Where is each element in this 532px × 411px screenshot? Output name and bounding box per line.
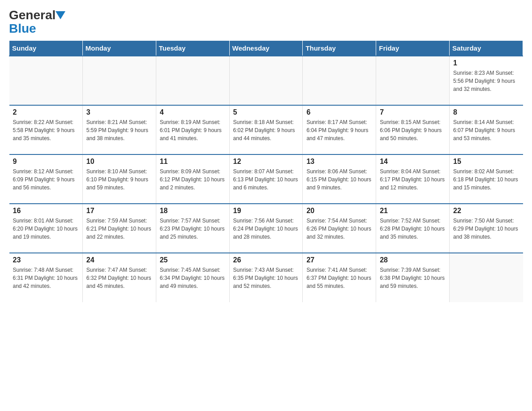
day-info: Sunrise: 7:50 AM Sunset: 6:29 PM Dayligh… [453,217,519,241]
calendar-cell: 27Sunrise: 7:41 AM Sunset: 6:37 PM Dayli… [303,253,376,302]
day-info: Sunrise: 8:12 AM Sunset: 6:09 PM Dayligh… [13,167,79,192]
logo-triangle-icon [56,11,65,19]
day-number: 27 [306,256,372,264]
day-number: 28 [380,256,446,264]
day-info: Sunrise: 8:23 AM Sunset: 5:56 PM Dayligh… [453,69,519,93]
day-number: 11 [160,158,226,166]
day-info: Sunrise: 8:22 AM Sunset: 5:58 PM Dayligh… [13,118,79,142]
day-info: Sunrise: 7:56 AM Sunset: 6:24 PM Dayligh… [233,217,299,241]
logo-blue: Blue [9,21,36,36]
day-info: Sunrise: 8:04 AM Sunset: 6:17 PM Dayligh… [380,167,446,192]
day-info: Sunrise: 7:57 AM Sunset: 6:23 PM Dayligh… [160,217,226,241]
day-number: 7 [380,108,446,116]
day-number: 12 [233,158,299,166]
day-number: 1 [453,59,519,67]
day-number: 16 [13,207,79,215]
day-info: Sunrise: 8:14 AM Sunset: 6:07 PM Dayligh… [453,118,519,142]
calendar-cell [376,56,450,105]
weekday-header-friday: Friday [376,41,450,56]
day-info: Sunrise: 7:59 AM Sunset: 6:21 PM Dayligh… [86,217,152,241]
day-number: 21 [380,207,446,215]
day-number: 3 [86,108,152,116]
weekday-header-saturday: Saturday [450,41,523,56]
calendar-cell: 15Sunrise: 8:02 AM Sunset: 6:18 PM Dayli… [450,154,523,204]
day-info: Sunrise: 7:45 AM Sunset: 6:34 PM Dayligh… [160,266,226,290]
calendar-cell [303,56,376,105]
day-number: 2 [13,108,79,116]
calendar-cell: 25Sunrise: 7:45 AM Sunset: 6:34 PM Dayli… [156,253,229,302]
calendar-cell: 5Sunrise: 8:18 AM Sunset: 6:02 PM Daylig… [229,105,303,154]
day-info: Sunrise: 7:47 AM Sunset: 6:32 PM Dayligh… [86,266,152,290]
day-info: Sunrise: 8:01 AM Sunset: 6:20 PM Dayligh… [13,217,79,241]
calendar-cell: 4Sunrise: 8:19 AM Sunset: 6:01 PM Daylig… [156,105,229,154]
day-info: Sunrise: 7:52 AM Sunset: 6:28 PM Dayligh… [380,217,446,241]
calendar-cell [229,56,303,105]
calendar-cell: 21Sunrise: 7:52 AM Sunset: 6:28 PM Dayli… [376,204,450,253]
day-number: 6 [306,108,372,116]
weekday-header-tuesday: Tuesday [156,41,229,56]
day-info: Sunrise: 8:19 AM Sunset: 6:01 PM Dayligh… [160,118,226,142]
day-info: Sunrise: 7:39 AM Sunset: 6:38 PM Dayligh… [380,266,446,290]
day-info: Sunrise: 8:06 AM Sunset: 6:15 PM Dayligh… [306,167,372,192]
day-number: 25 [160,256,226,264]
calendar-cell: 3Sunrise: 8:21 AM Sunset: 5:59 PM Daylig… [82,105,156,154]
calendar-cell: 26Sunrise: 7:43 AM Sunset: 6:35 PM Dayli… [229,253,303,302]
weekday-header-wednesday: Wednesday [229,41,303,56]
calendar-week-row: 9Sunrise: 8:12 AM Sunset: 6:09 PM Daylig… [9,154,523,204]
calendar-cell: 20Sunrise: 7:54 AM Sunset: 6:26 PM Dayli… [303,204,376,253]
calendar-cell: 17Sunrise: 7:59 AM Sunset: 6:21 PM Dayli… [82,204,156,253]
day-number: 22 [453,207,519,215]
weekday-header-thursday: Thursday [303,41,376,56]
calendar-cell: 16Sunrise: 8:01 AM Sunset: 6:20 PM Dayli… [9,204,83,253]
weekday-header-sunday: Sunday [9,41,83,56]
day-info: Sunrise: 7:54 AM Sunset: 6:26 PM Dayligh… [306,217,372,241]
calendar-week-row: 1Sunrise: 8:23 AM Sunset: 5:56 PM Daylig… [9,56,523,105]
calendar-cell: 9Sunrise: 8:12 AM Sunset: 6:09 PM Daylig… [9,154,83,204]
calendar-cell: 28Sunrise: 7:39 AM Sunset: 6:38 PM Dayli… [376,253,450,302]
day-info: Sunrise: 7:48 AM Sunset: 6:31 PM Dayligh… [13,266,79,290]
day-number: 9 [13,158,79,166]
day-number: 10 [86,158,152,166]
calendar-table: SundayMondayTuesdayWednesdayThursdayFrid… [9,40,523,302]
day-info: Sunrise: 8:07 AM Sunset: 6:13 PM Dayligh… [233,167,299,192]
calendar-cell [156,56,229,105]
day-number: 18 [160,207,226,215]
day-info: Sunrise: 8:17 AM Sunset: 6:04 PM Dayligh… [306,118,372,142]
day-number: 14 [380,158,446,166]
day-number: 5 [233,108,299,116]
day-info: Sunrise: 8:02 AM Sunset: 6:18 PM Dayligh… [453,167,519,192]
calendar-cell: 11Sunrise: 8:09 AM Sunset: 6:12 PM Dayli… [156,154,229,204]
day-info: Sunrise: 8:21 AM Sunset: 5:59 PM Dayligh… [86,118,152,142]
calendar-cell [82,56,156,105]
weekday-header-monday: Monday [82,41,156,56]
logo-general: General [9,9,56,21]
day-number: 8 [453,108,519,116]
day-info: Sunrise: 7:41 AM Sunset: 6:37 PM Dayligh… [306,266,372,290]
calendar-cell: 8Sunrise: 8:14 AM Sunset: 6:07 PM Daylig… [450,105,523,154]
calendar-cell: 23Sunrise: 7:48 AM Sunset: 6:31 PM Dayli… [9,253,83,302]
day-info: Sunrise: 7:43 AM Sunset: 6:35 PM Dayligh… [233,266,299,290]
day-number: 13 [306,158,372,166]
day-info: Sunrise: 8:15 AM Sunset: 6:06 PM Dayligh… [380,118,446,142]
day-number: 20 [306,207,372,215]
day-number: 4 [160,108,226,116]
calendar-cell: 19Sunrise: 7:56 AM Sunset: 6:24 PM Dayli… [229,204,303,253]
calendar-cell: 1Sunrise: 8:23 AM Sunset: 5:56 PM Daylig… [450,56,523,105]
day-number: 15 [453,158,519,166]
calendar-cell: 6Sunrise: 8:17 AM Sunset: 6:04 PM Daylig… [303,105,376,154]
calendar-cell [9,56,83,105]
calendar-week-row: 16Sunrise: 8:01 AM Sunset: 6:20 PM Dayli… [9,204,523,253]
day-number: 23 [13,256,79,264]
calendar-cell: 10Sunrise: 8:10 AM Sunset: 6:10 PM Dayli… [82,154,156,204]
svg-marker-0 [56,11,65,19]
day-number: 24 [86,256,152,264]
day-info: Sunrise: 8:09 AM Sunset: 6:12 PM Dayligh… [160,167,226,192]
calendar-cell: 18Sunrise: 7:57 AM Sunset: 6:23 PM Dayli… [156,204,229,253]
calendar-cell: 24Sunrise: 7:47 AM Sunset: 6:32 PM Dayli… [82,253,156,302]
calendar-cell: 14Sunrise: 8:04 AM Sunset: 6:17 PM Dayli… [376,154,450,204]
logo: General Blue [9,9,65,36]
calendar-header-row: SundayMondayTuesdayWednesdayThursdayFrid… [9,41,523,56]
day-info: Sunrise: 8:18 AM Sunset: 6:02 PM Dayligh… [233,118,299,142]
calendar-cell: 7Sunrise: 8:15 AM Sunset: 6:06 PM Daylig… [376,105,450,154]
calendar-cell: 13Sunrise: 8:06 AM Sunset: 6:15 PM Dayli… [303,154,376,204]
